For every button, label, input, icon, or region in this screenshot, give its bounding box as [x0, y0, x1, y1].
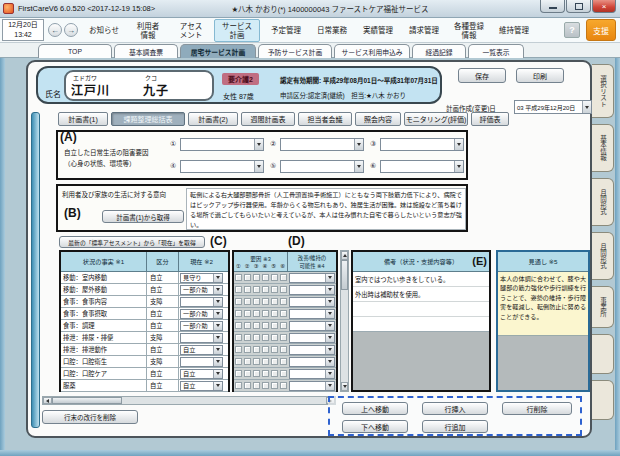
factor-checkbox[interactable]	[244, 322, 251, 329]
improvement-dropdown[interactable]	[289, 321, 335, 331]
subtab-staff-meeting[interactable]: 担当者会議	[298, 112, 352, 126]
factor-checkbox[interactable]	[235, 310, 242, 317]
delete-row-button[interactable]: 行削除	[502, 402, 572, 415]
current-dropdown[interactable]: 一部介助	[180, 321, 223, 331]
subtab-plan2[interactable]: 計画書(2)	[188, 112, 238, 126]
menu-item-service-plan[interactable]: サービス計画	[214, 19, 260, 42]
side-tab-monthly-format-2[interactable]: 月間形式	[592, 232, 614, 280]
tab-service-application[interactable]: サービス利用申込み	[334, 44, 410, 58]
current-dropdown[interactable]	[180, 297, 223, 307]
factor-checkbox[interactable]	[244, 382, 251, 389]
add-row-button[interactable]: 行追加	[422, 420, 488, 433]
factor-checkbox[interactable]	[244, 334, 251, 341]
maximize-button[interactable]	[566, 0, 591, 13]
factor-checkbox[interactable]	[280, 274, 287, 281]
factor-checkbox[interactable]	[280, 346, 287, 353]
improvement-dropdown[interactable]	[289, 381, 335, 391]
improvement-dropdown[interactable]	[289, 309, 335, 319]
remarks-textarea[interactable]: 室内ではつたい歩きをしている。 外出時は補助杖を使用。	[353, 272, 489, 332]
left-dock-strip[interactable]	[31, 112, 40, 428]
menu-item-maintenance[interactable]: 維持管理	[492, 19, 536, 42]
improvement-dropdown[interactable]	[289, 369, 335, 379]
factor-checkbox[interactable]	[235, 334, 242, 341]
subtab-inquiry[interactable]: 照会内容	[355, 112, 401, 126]
improvement-dropdown[interactable]	[289, 345, 335, 355]
factor-checkbox[interactable]	[280, 382, 287, 389]
insert-row-button[interactable]: 行挿入	[422, 402, 488, 415]
intention-textarea[interactable]: 転倒による右大腿部頸部骨折（人工骨頭置換手術施工）にともなう両下肢筋力低下により…	[186, 188, 466, 230]
menu-item-billing[interactable]: 請求管理	[402, 19, 446, 42]
outlook-textarea[interactable]: 本人の体調に合わせて、膝や大腿部の筋力強化や歩行訓練を行うことで、姿勢の維持・歩…	[498, 272, 588, 336]
inhibitor-dropdown-6[interactable]	[380, 160, 464, 173]
improvement-dropdown[interactable]	[289, 333, 335, 343]
table-horizontal-scrollbar[interactable]	[42, 396, 336, 405]
inhibitor-dropdown-4[interactable]	[180, 160, 264, 173]
factor-checkbox[interactable]	[280, 334, 287, 341]
factor-checkbox[interactable]	[253, 346, 260, 353]
subtab-weekly-plan[interactable]: 週間計画表	[241, 112, 295, 126]
factor-checkbox[interactable]	[253, 322, 260, 329]
factor-checkbox[interactable]	[253, 334, 260, 341]
improvement-dropdown[interactable]	[289, 297, 335, 307]
current-dropdown[interactable]	[180, 333, 223, 343]
save-button[interactable]: 保存	[458, 68, 506, 83]
factor-checkbox[interactable]	[271, 310, 278, 317]
tab-prevention-service-plan[interactable]: 予防サービス計画	[258, 44, 332, 58]
table-row[interactable]: 食事：食事摂取自立一部介助	[61, 308, 228, 320]
minimize-button[interactable]	[540, 0, 565, 13]
factor-checkbox[interactable]	[244, 370, 251, 377]
menu-item-notice[interactable]: お知らせ	[82, 19, 126, 42]
factor-checkbox[interactable]	[271, 334, 278, 341]
factor-checkbox[interactable]	[271, 274, 278, 281]
factor-checkbox[interactable]	[280, 298, 287, 305]
side-tab-select-list[interactable]: 選択リスト	[592, 64, 614, 118]
factor-checkbox[interactable]	[271, 382, 278, 389]
tab-home-service-plan[interactable]: 居宅サービス計画	[180, 44, 256, 58]
factor-checkbox[interactable]	[262, 334, 269, 341]
factor-checkbox[interactable]	[235, 382, 242, 389]
scroll-down-icon[interactable]	[341, 382, 348, 391]
menu-item-assessment[interactable]: アセスメント	[170, 19, 212, 42]
scroll-up-icon[interactable]	[341, 251, 348, 260]
factor-checkbox[interactable]	[262, 346, 269, 353]
menu-item-user-info[interactable]: 利用者情報	[128, 19, 168, 42]
subtab-evaluation[interactable]: 評価表	[471, 112, 509, 126]
subtab-issue-summary[interactable]: 課題整理総括表	[111, 112, 185, 126]
move-up-button[interactable]: 上へ移動	[342, 402, 408, 415]
factor-checkbox[interactable]	[253, 286, 260, 293]
factor-checkbox[interactable]	[280, 286, 287, 293]
inhibitor-dropdown-3[interactable]	[380, 138, 464, 151]
factor-checkbox[interactable]	[253, 382, 260, 389]
factor-checkbox[interactable]	[280, 322, 287, 329]
side-tab-basic-info[interactable]: 基本情報	[592, 124, 614, 172]
remove-trailing-newline-button[interactable]: 行末の改行を削除	[42, 410, 138, 424]
side-tab-empty-2[interactable]	[592, 380, 614, 420]
factor-checkbox[interactable]	[244, 346, 251, 353]
factor-checkbox[interactable]	[244, 274, 251, 281]
factor-checkbox[interactable]	[262, 310, 269, 317]
factor-checkbox[interactable]	[244, 286, 251, 293]
side-tab-monthly-format-1[interactable]: 月間形式	[592, 178, 614, 226]
factor-checkbox[interactable]	[235, 346, 242, 353]
inhibitor-dropdown-5[interactable]	[280, 160, 364, 173]
inhibitor-dropdown-2[interactable]	[280, 138, 364, 151]
tab-basic-survey[interactable]: 基本調査票	[114, 44, 178, 58]
current-dropdown[interactable]: 見守り	[180, 273, 223, 283]
menu-item-results[interactable]: 実績管理	[356, 19, 400, 42]
table-row[interactable]: 排泄：排尿・排便支障	[61, 332, 228, 344]
side-tab-empty-1[interactable]	[592, 334, 614, 374]
factor-checkbox[interactable]	[271, 358, 278, 365]
factor-checkbox[interactable]	[262, 274, 269, 281]
current-dropdown[interactable]: 自立	[180, 345, 223, 355]
subtab-monitoring[interactable]: モニタリング(評価)	[404, 112, 468, 126]
tab-top[interactable]: TOP	[38, 44, 112, 58]
factor-checkbox[interactable]	[244, 298, 251, 305]
improvement-dropdown[interactable]	[289, 357, 335, 367]
factor-checkbox[interactable]	[271, 346, 278, 353]
table-row[interactable]: 食事：調理自立一部介助	[61, 320, 228, 332]
subtab-plan1[interactable]: 計画書(1)	[58, 112, 108, 126]
help-button[interactable]: ?	[564, 22, 580, 38]
menu-item-registration[interactable]: 各種登録情報	[448, 19, 490, 42]
factor-checkbox[interactable]	[280, 358, 287, 365]
menu-item-daily-work[interactable]: 日常業務	[310, 19, 354, 42]
